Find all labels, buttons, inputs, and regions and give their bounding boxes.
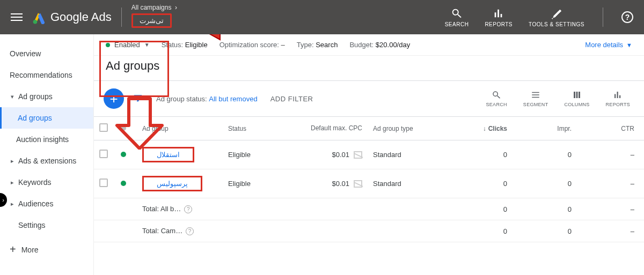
row-impr: 0 (513, 169, 577, 198)
status-filter-icon[interactable] (121, 125, 126, 131)
row-clicks: 0 (448, 140, 513, 169)
table-row: استقلال Eligible $0.01 Standard 0 0 – (94, 140, 644, 169)
filter-chip[interactable]: Ad group status: All but removed (156, 95, 258, 103)
status-dot-icon (106, 43, 110, 47)
row-status: Eligible (223, 140, 292, 169)
reports-button[interactable]: REPORTS (485, 8, 513, 27)
adgroup-link[interactable]: استقلال (142, 147, 194, 162)
sidebar-item-auction-insights[interactable]: Auction insights (0, 129, 93, 150)
header-actions: SEARCH REPORTS TOOLS & SETTINGS ? (445, 8, 633, 27)
col-ctr[interactable]: CTR (577, 117, 644, 140)
checkbox[interactable] (99, 150, 108, 158)
columns-button[interactable]: COLUMNS (564, 90, 589, 107)
row-cpc[interactable]: $0.01 (292, 140, 368, 169)
page-title: Ad groups (106, 59, 632, 73)
col-adgroup[interactable]: Ad group (137, 117, 223, 140)
col-status[interactable]: Status (223, 117, 292, 140)
breadcrumb-campaign[interactable]: تی‌شرت (131, 13, 172, 28)
status-eligible: Status: Eligible (162, 41, 208, 49)
row-ctr: – (577, 140, 644, 169)
checkbox-all[interactable] (99, 123, 108, 132)
add-filter-button[interactable]: ADD FILTER (270, 95, 313, 103)
adgroup-link[interactable]: پرسپولیس (142, 176, 202, 191)
info-icon[interactable]: ? (184, 205, 192, 213)
row-type: Standard (368, 169, 448, 198)
cpc-no-bid-icon (354, 180, 362, 188)
divider (121, 8, 122, 27)
row-ctr: – (577, 169, 644, 198)
svg-point-0 (33, 20, 38, 24)
chevron-down-icon: ▼ (626, 42, 632, 48)
table-row: پرسپولیس Eligible $0.01 Standard 0 0 – (94, 169, 644, 198)
search-button[interactable]: SEARCH (445, 8, 469, 27)
breadcrumb-top[interactable]: All campaigns › (131, 4, 177, 11)
sidebar-item-settings[interactable]: Settings (0, 214, 93, 236)
more-details-link[interactable]: More details▼ (585, 41, 632, 49)
total-label: Total: All b…? (137, 198, 223, 220)
product-name: Google Ads (50, 10, 112, 24)
campaign-type: Type: Search (297, 41, 338, 49)
table-reports-button[interactable]: REPORTS (606, 90, 630, 107)
product-logo[interactable]: Google Ads (32, 10, 112, 24)
table-total-row: Total: Cam…? 0 0 – (94, 220, 644, 242)
table-search-button[interactable]: SEARCH (486, 90, 507, 107)
optimization-score: Optimization score: – (219, 41, 285, 49)
enabled-dot-icon (121, 152, 126, 157)
sidebar-more[interactable]: +More (0, 236, 93, 263)
breadcrumb[interactable]: All campaigns › تی‌شرت (131, 13, 172, 28)
add-adgroup-button[interactable]: + (104, 88, 124, 109)
col-type[interactable]: Ad group type (368, 117, 448, 140)
ads-logo-icon (32, 10, 46, 24)
segment-button[interactable]: SEGMENT (523, 90, 548, 107)
hamburger-menu-icon[interactable] (11, 11, 23, 23)
row-type: Standard (368, 140, 448, 169)
help-icon[interactable]: ? (621, 11, 633, 23)
divider (603, 8, 603, 27)
sidebar-item-recommendations[interactable]: Recommendations (0, 64, 93, 86)
row-impr: 0 (513, 140, 577, 169)
checkbox[interactable] (99, 179, 108, 187)
sort-down-icon: ↓ (483, 125, 486, 132)
adgroups-table: Ad group Status Default max. CPC Ad grou… (94, 117, 644, 242)
status-enabled[interactable]: Enabled▼ (106, 41, 150, 49)
sidebar-item-ads-extensions[interactable]: ▸Ads & extensions (0, 150, 93, 172)
row-status: Eligible (223, 169, 292, 198)
campaign-budget: Budget: $20.00/day (349, 41, 410, 49)
filter-icon[interactable] (133, 93, 143, 105)
sidebar-item-adgroups[interactable]: Ad groups (0, 107, 93, 129)
total-label: Total: Cam…? (137, 220, 223, 242)
row-cpc[interactable]: $0.01 (292, 169, 368, 198)
main-panel: Enabled▼ Status: Eligible Optimization s… (94, 34, 644, 275)
app-header: Google Ads All campaigns › تی‌شرت SEARCH… (0, 0, 644, 34)
row-clicks: 0 (448, 169, 513, 198)
table-total-row: Total: All b…? 0 0 – (94, 198, 644, 220)
col-clicks[interactable]: ↓Clicks (448, 117, 513, 140)
campaign-status-bar: Enabled▼ Status: Eligible Optimization s… (94, 34, 644, 56)
enabled-dot-icon (121, 181, 126, 186)
info-icon[interactable]: ? (186, 227, 194, 235)
sidebar-item-overview[interactable]: Overview (0, 43, 93, 64)
col-cpc[interactable]: Default max. CPC (292, 117, 368, 140)
sidebar-item-adgroups-parent[interactable]: ▾Ad groups (0, 86, 93, 107)
col-impr[interactable]: Impr. (513, 117, 577, 140)
table-header-row: Ad group Status Default max. CPC Ad grou… (94, 117, 644, 140)
left-sidebar: › Overview Recommendations ▾Ad groups Ad… (0, 34, 94, 275)
page-title-row: Ad groups (94, 56, 644, 81)
tools-settings-button[interactable]: TOOLS & SETTINGS (529, 8, 584, 27)
table-toolbar: + Ad group status: All but removed ADD F… (94, 81, 644, 117)
sidebar-item-keywords[interactable]: ▸Keywords (0, 172, 93, 193)
cpc-no-bid-icon (354, 151, 362, 159)
sidebar-item-audiences[interactable]: ▸Audiences (0, 193, 93, 214)
